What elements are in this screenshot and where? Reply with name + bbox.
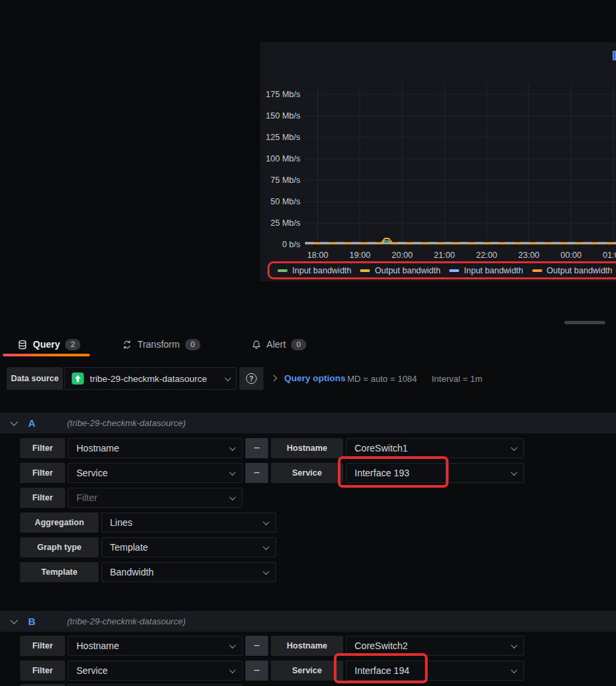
- chevron-down-icon: [511, 469, 517, 476]
- series-color-swatch: [449, 269, 459, 272]
- legend-item[interactable]: Output bandwidth: [532, 266, 613, 275]
- query-options-toggle[interactable]: Query options: [284, 373, 346, 383]
- grafana-panel-editor: { "chart_data": { "type": "line", "title…: [0, 0, 616, 686]
- select-value: Hostname: [76, 443, 229, 454]
- interface-193-highlight-annotation: [338, 456, 448, 488]
- question-circle-icon: ?: [246, 373, 257, 384]
- hostname-label: Hostname: [271, 438, 343, 458]
- y-axis-tick: 125 Mb/s: [260, 133, 300, 142]
- series-color-swatch: [360, 269, 370, 272]
- clipped-edge-element: [613, 51, 616, 60]
- x-axis-tick: 23:00: [514, 251, 544, 260]
- filter-type-select[interactable]: Service: [68, 463, 243, 483]
- y-axis-tick: 0 b/s: [260, 240, 300, 249]
- remove-filter-button[interactable]: −: [245, 661, 268, 681]
- filter-label: Filter: [20, 661, 65, 681]
- transform-icon: [122, 340, 132, 350]
- datasource-help-button[interactable]: ?: [239, 367, 263, 390]
- hostname-value-select[interactable]: CoreSwitch1: [346, 438, 524, 458]
- tab-count-badge: 0: [291, 339, 306, 350]
- select-value: CoreSwitch2: [355, 640, 511, 651]
- select-value: Service: [76, 468, 229, 478]
- chevron-down-icon: [229, 667, 236, 673]
- editor-tabbar: Query 2 Transform 0 Alert 0: [0, 332, 616, 357]
- chevron-down-icon: [229, 494, 236, 500]
- tab-query[interactable]: Query 2: [17, 339, 80, 350]
- select-value: Hostname: [76, 640, 229, 651]
- legend-label: Input bandwidth: [464, 266, 523, 275]
- chevron-down-icon: [10, 616, 17, 624]
- x-axis-tick: 21:00: [430, 251, 459, 260]
- chevron-down-icon: [263, 519, 269, 525]
- chevron-down-icon: [511, 444, 517, 451]
- datasource-picker[interactable]: tribe-29-checkmk-datasource: [64, 367, 237, 390]
- tab-count-badge: 0: [185, 339, 200, 350]
- service-label: Service: [271, 661, 343, 681]
- filter-type-select[interactable]: Hostname: [68, 636, 243, 656]
- horizontal-scrollbar-thumb[interactable]: [564, 321, 605, 324]
- active-tab-underline: [3, 354, 90, 356]
- query-ref-id: B: [28, 616, 38, 627]
- legend-label: Output bandwidth: [375, 266, 440, 275]
- legend-item[interactable]: Output bandwidth: [360, 266, 440, 275]
- y-axis-tick: 25 Mb/s: [260, 218, 300, 228]
- query-a-header[interactable]: A (tribe-29-checkmk-datasource): [0, 413, 616, 433]
- tab-label: Query: [33, 339, 60, 350]
- select-value: Service: [76, 665, 229, 676]
- query-b-header[interactable]: B (tribe-29-checkmk-datasource): [0, 611, 616, 632]
- database-icon: [17, 340, 27, 350]
- x-axis-tick: 18:00: [303, 251, 332, 260]
- query-ref-id: A: [28, 417, 38, 429]
- chevron-down-icon: [511, 667, 517, 673]
- datasource-label: Data source: [7, 367, 63, 390]
- checkmk-datasource-icon: [72, 372, 84, 385]
- select-value: Lines: [110, 517, 263, 528]
- y-axis-tick: 100 Mb/s: [260, 154, 300, 163]
- tab-label: Alert: [267, 339, 286, 350]
- x-axis-tick: 01:00: [599, 251, 616, 260]
- aggregation-select[interactable]: Lines: [101, 512, 276, 533]
- interval-info: Interval = 1m: [432, 374, 483, 384]
- remove-filter-button[interactable]: −: [245, 636, 268, 656]
- select-value: Template: [110, 542, 263, 553]
- query-datasource-hint: (tribe-29-checkmk-datasource): [67, 616, 186, 626]
- select-value: CoreSwitch1: [355, 443, 511, 454]
- legend-item[interactable]: Input bandwidth: [449, 266, 523, 275]
- y-axis-tick: 175 Mb/s: [260, 90, 300, 99]
- chevron-right-icon: [271, 375, 278, 382]
- chevron-down-icon: [263, 568, 269, 575]
- series-color-swatch: [278, 269, 288, 272]
- filter-type-select[interactable]: Hostname: [68, 438, 243, 458]
- x-axis-tick: 00:00: [556, 251, 586, 260]
- filter-type-select[interactable]: Service: [68, 661, 243, 681]
- tab-label: Transform: [137, 339, 180, 350]
- filter-label: Filter: [20, 488, 65, 508]
- tab-alert[interactable]: Alert 0: [251, 339, 306, 350]
- bell-icon: [251, 340, 261, 350]
- plot-area[interactable]: [305, 82, 616, 246]
- select-placeholder: Filter: [76, 492, 229, 503]
- service-label: Service: [271, 463, 343, 483]
- hostname-label: Hostname: [271, 636, 343, 656]
- remove-filter-button[interactable]: −: [245, 463, 268, 483]
- legend-item[interactable]: Input bandwidth: [278, 266, 351, 275]
- tab-transform[interactable]: Transform 0: [122, 339, 200, 350]
- timeseries-panel: 175 Mb/s 150 Mb/s 125 Mb/s 100 Mb/s 75 M…: [260, 42, 616, 281]
- query-datasource-hint: (tribe-29-checkmk-datasource): [67, 418, 186, 428]
- tab-count-badge: 2: [65, 339, 80, 350]
- aggregation-label: Aggregation: [20, 512, 99, 533]
- template-select[interactable]: Bandwidth: [101, 562, 276, 582]
- legend-label: Input bandwidth: [292, 266, 351, 275]
- filter-label: Filter: [20, 463, 65, 483]
- x-axis-tick: 22:00: [472, 251, 501, 260]
- filter-type-select[interactable]: Filter: [68, 488, 243, 508]
- remove-filter-button[interactable]: −: [245, 438, 268, 458]
- y-axis-tick: 75 Mb/s: [260, 176, 300, 185]
- y-axis-tick: 50 Mb/s: [260, 197, 300, 206]
- legend-label: Output bandwidth: [547, 266, 613, 275]
- chart-legend: Input bandwidth Output bandwidth Input b…: [278, 264, 613, 277]
- filter-label: Filter: [20, 636, 65, 656]
- graph-type-select[interactable]: Template: [101, 537, 276, 557]
- series-color-swatch: [532, 269, 542, 272]
- select-value: Bandwidth: [110, 567, 263, 577]
